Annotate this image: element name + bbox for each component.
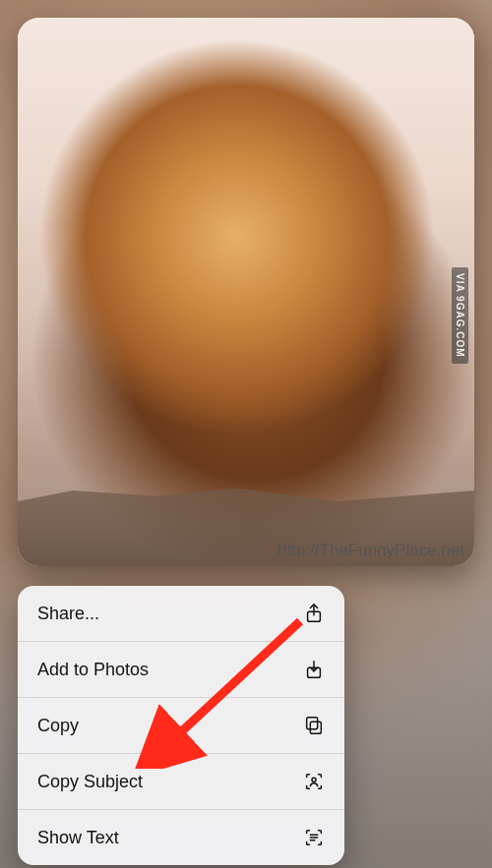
share-icon (303, 603, 325, 624)
download-icon (303, 659, 325, 680)
subject-icon (303, 771, 325, 792)
menu-item-label: Show Text (37, 828, 119, 848)
svg-point-4 (312, 778, 316, 781)
menu-item-copy[interactable]: Copy (18, 698, 344, 754)
menu-item-show-text[interactable]: Show Text (18, 810, 344, 865)
bottom-watermark: http://TheFunnyPlace.net (277, 541, 464, 560)
menu-item-label: Add to Photos (37, 660, 149, 680)
menu-item-label: Copy (37, 716, 79, 736)
side-watermark: VIA 9GAG.COM (452, 267, 468, 364)
svg-rect-3 (307, 718, 318, 729)
context-menu: Share... Add to Photos Copy Copy Subject… (18, 586, 344, 865)
menu-item-share[interactable]: Share... (18, 586, 344, 642)
menu-item-label: Copy Subject (37, 772, 143, 792)
live-text-icon (303, 827, 325, 848)
preview-image (18, 18, 474, 566)
image-preview-card[interactable]: VIA 9GAG.COM http://TheFunnyPlace.net (18, 18, 474, 566)
copy-icon (303, 715, 325, 736)
menu-item-label: Share... (37, 604, 99, 624)
menu-item-copy-subject[interactable]: Copy Subject (18, 754, 344, 810)
svg-rect-2 (310, 722, 321, 733)
menu-item-add-to-photos[interactable]: Add to Photos (18, 642, 344, 698)
